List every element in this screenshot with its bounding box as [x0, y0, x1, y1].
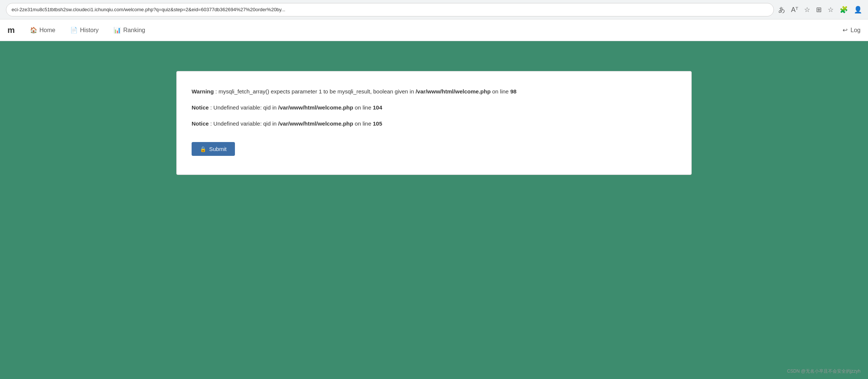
nav-logout-label: Log [850, 27, 861, 34]
error-line-prefix-1: on line [492, 88, 510, 95]
nav-brand: m [7, 25, 15, 35]
nav-item-home[interactable]: 🏠 Home [24, 24, 62, 37]
error-linenum-1: 98 [510, 88, 517, 95]
language-icon[interactable]: あ [778, 5, 785, 14]
extension-icon[interactable]: 🧩 [840, 6, 848, 14]
grid-icon[interactable]: ⊞ [816, 6, 822, 14]
error-linenum-2: 104 [373, 104, 382, 111]
error-type-3: Notice [192, 120, 209, 127]
favorites-icon[interactable]: ☆ [828, 6, 834, 14]
error-filepath-1: /var/www/html/welcome.php [416, 88, 491, 95]
error-line-prefix-2: on line [355, 104, 373, 111]
nav-bar: m 🏠 Home 📄 History 📊 Ranking ↩ Log [0, 19, 868, 41]
ranking-icon: 📊 [114, 27, 121, 34]
browser-icons: あ Aᵀ ☆ ⊞ ☆ 🧩 👤 [778, 5, 862, 14]
error-text-1: : mysqli_fetch_array() expects parameter… [216, 88, 416, 95]
submit-button[interactable]: 🔒 Submit [192, 142, 235, 156]
error-text-3: : Undefined variable: qid in [210, 120, 278, 127]
watermark-text: CSDN @无名小卒且不会安全的jzzyh [787, 369, 861, 374]
error-type-1: Warning [192, 88, 214, 95]
error-message-1: Warning : mysqli_fetch_array() expects p… [192, 86, 676, 96]
browser-bar: eci-2ze31mu8c51tbtbsh2sw.cloudeci1.ichun… [0, 0, 868, 19]
translate-icon[interactable]: Aᵀ [791, 6, 798, 14]
nav-history-label: History [80, 27, 99, 34]
submit-label: Submit [209, 146, 227, 152]
error-card: Warning : mysqli_fetch_array() expects p… [176, 71, 692, 175]
error-linenum-3: 105 [373, 120, 382, 127]
nav-item-history[interactable]: 📄 History [64, 24, 105, 37]
watermark: CSDN @无名小卒且不会安全的jzzyh [787, 368, 861, 375]
history-icon: 📄 [70, 27, 78, 34]
error-text-2: : Undefined variable: qid in [210, 104, 278, 111]
nav-item-ranking[interactable]: 📊 Ranking [108, 24, 151, 37]
profile-icon[interactable]: 👤 [854, 6, 862, 14]
logout-icon: ↩ [843, 27, 847, 34]
home-icon: 🏠 [30, 27, 37, 34]
star-icon[interactable]: ☆ [804, 6, 810, 14]
nav-logout[interactable]: ↩ Log [843, 27, 861, 34]
main-content: Warning : mysqli_fetch_array() expects p… [0, 41, 868, 379]
error-type-2: Notice [192, 104, 209, 111]
error-message-2: Notice : Undefined variable: qid in /var… [192, 102, 676, 113]
nav-ranking-label: Ranking [123, 27, 145, 34]
error-line-prefix-3: on line [355, 120, 373, 127]
error-filepath-2: /var/www/html/welcome.php [278, 104, 353, 111]
nav-home-label: Home [40, 27, 56, 34]
address-bar[interactable]: eci-2ze31mu8c51tbtbsh2sw.cloudeci1.ichun… [6, 3, 774, 16]
lock-icon: 🔒 [200, 146, 206, 152]
error-filepath-3: /var/www/html/welcome.php [278, 120, 353, 127]
url-text: eci-2ze31mu8c51tbtbsh2sw.cloudeci1.ichun… [12, 7, 285, 12]
error-message-3: Notice : Undefined variable: qid in /var… [192, 118, 676, 129]
